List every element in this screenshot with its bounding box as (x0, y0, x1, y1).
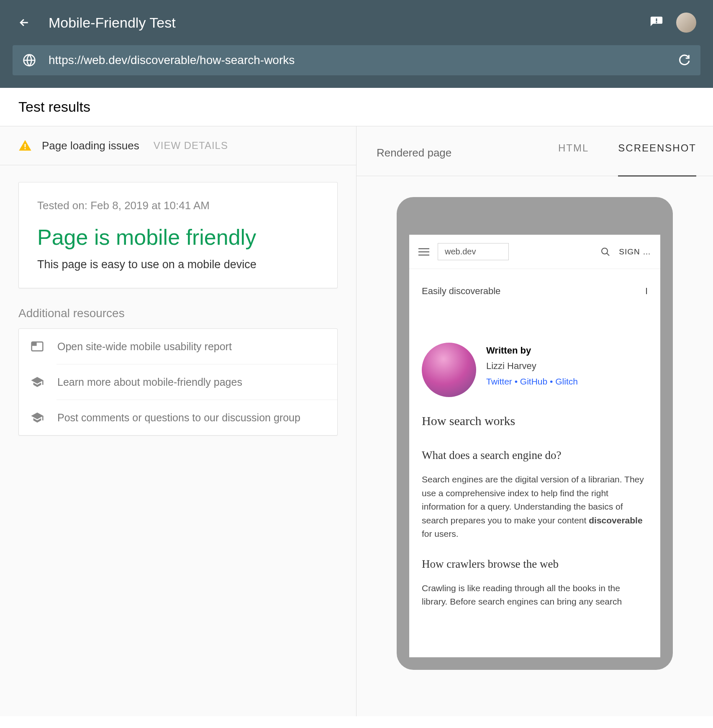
resources-list: Open site-wide mobile usability report L… (18, 328, 338, 436)
resource-usability-report[interactable]: Open site-wide mobile usability report (19, 329, 337, 364)
feedback-icon[interactable] (649, 15, 664, 30)
phone-domain-label: web.dev (438, 243, 509, 260)
written-by-label: Written by (486, 343, 578, 358)
rendered-page-label: Rendered page (377, 146, 558, 159)
svg-rect-0 (656, 18, 657, 21)
article-h2: How crawlers browse the web (409, 545, 660, 577)
svg-rect-3 (25, 144, 26, 147)
phone-mockup: web.dev SIGN … Easily discoverable I (397, 197, 673, 670)
resource-label: Learn more about mobile-friendly pages (57, 376, 242, 388)
view-details-button[interactable]: VIEW DETAILS (154, 140, 228, 151)
resource-discussion[interactable]: Post comments or questions to our discus… (19, 400, 337, 435)
article-paragraph: Crawling is like reading through all the… (409, 577, 660, 613)
svg-point-10 (602, 248, 608, 254)
phone-signin: SIGN … (619, 247, 651, 256)
svg-rect-4 (25, 148, 26, 149)
tested-on: Tested on: Feb 8, 2019 at 10:41 AM (37, 199, 319, 212)
result-card: Tested on: Feb 8, 2019 at 10:41 AM Page … (18, 182, 338, 288)
back-button[interactable] (17, 15, 32, 30)
resource-learn-more[interactable]: Learn more about mobile-friendly pages (19, 364, 337, 400)
web-icon (31, 340, 44, 353)
tab-screenshot[interactable]: SCREENSHOT (618, 139, 696, 177)
svg-line-11 (607, 253, 609, 256)
phone-breadcrumb-right: I (645, 286, 648, 297)
additional-resources-heading: Additional resources (18, 307, 338, 320)
author-avatar (422, 343, 476, 397)
warning-icon (18, 139, 32, 152)
school-icon (31, 375, 44, 389)
globe-icon (23, 54, 36, 67)
issues-label: Page loading issues (42, 139, 139, 152)
svg-rect-6 (32, 342, 37, 346)
loading-issues-row: Page loading issues VIEW DETAILS (0, 126, 356, 165)
result-title: Page is mobile friendly (37, 225, 319, 250)
tab-html[interactable]: HTML (558, 139, 589, 167)
phone-breadcrumb: Easily discoverable (422, 286, 500, 297)
app-header: Mobile-Friendly Test https://web.dev/dis… (0, 0, 713, 88)
url-bar[interactable]: https://web.dev/discoverable/how-search-… (13, 45, 700, 75)
result-subtitle: This page is easy to use on a mobile dev… (37, 258, 319, 271)
author-name: Lizzi Harvey (486, 358, 578, 374)
results-heading: Test results (0, 88, 713, 126)
article-h2: What does a search engine do? (409, 436, 660, 469)
page-title: Mobile-Friendly Test (49, 15, 633, 31)
refresh-icon[interactable] (678, 54, 690, 67)
url-input[interactable]: https://web.dev/discoverable/how-search-… (49, 54, 665, 67)
resource-label: Open site-wide mobile usability report (57, 341, 232, 353)
resource-label: Post comments or questions to our discus… (57, 412, 300, 424)
article-title: How search works (409, 410, 660, 436)
svg-rect-1 (656, 22, 657, 23)
avatar[interactable] (676, 13, 696, 33)
search-icon (600, 247, 610, 257)
school-icon (31, 411, 44, 424)
author-links: Twitter • GitHub • Glitch (486, 374, 578, 389)
menu-icon (418, 248, 429, 256)
phone-screen: web.dev SIGN … Easily discoverable I (409, 235, 660, 657)
article-paragraph: Search engines are the digital version o… (409, 469, 660, 545)
